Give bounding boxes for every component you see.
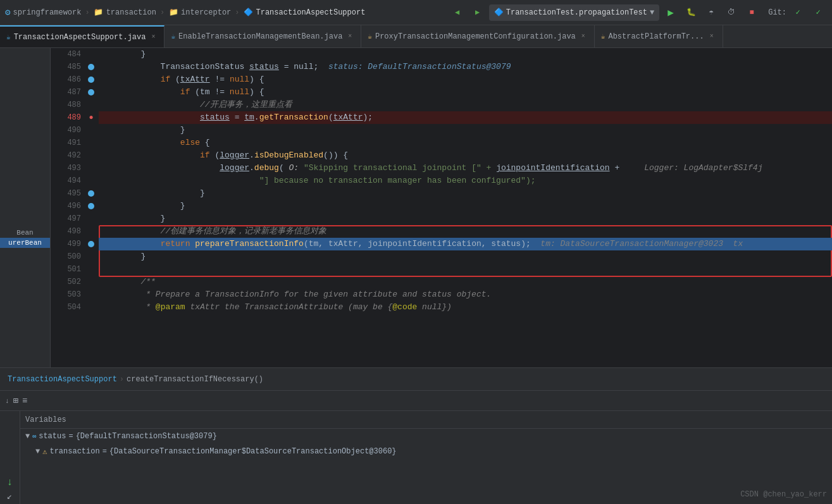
code-content[interactable]: } TransactionStatus status = null; statu…	[99, 48, 832, 367]
tab-close-0[interactable]: ×	[149, 33, 158, 42]
code-line-497: }	[99, 212, 832, 225]
var-name-transaction: transaction	[49, 447, 99, 456]
breadcrumb-method-bottom[interactable]: createTransactionIfNecessary()	[127, 375, 263, 384]
var-type-icon-status: ∞	[32, 433, 36, 440]
variable-row-transaction[interactable]: ▼ ⚠ transaction = {DataSourceTransaction…	[20, 444, 832, 459]
debug-icon-1: ↓	[5, 397, 9, 405]
top-bar: ⚙ springframework › 📁 transaction › 📁 in…	[0, 0, 832, 25]
variables-header: Variables	[20, 411, 832, 429]
breadcrumb-interceptor[interactable]: interceptor	[181, 8, 231, 17]
expand-icon-status[interactable]: ▼	[25, 432, 30, 441]
tab-proxy-config[interactable]: ☕ ProxyTransactionManagementConfiguratio…	[361, 25, 594, 48]
tab-icon-3: ☕	[601, 32, 605, 40]
code-line-485: TransactionStatus status = null; status:…	[99, 61, 832, 73]
code-line-486: if (txAttr != null) {	[99, 73, 832, 86]
variables-title: Variables	[25, 415, 66, 424]
nav-forward-button[interactable]: ▶	[469, 4, 487, 22]
code-line-504: * @param txAttr the TransactionAttribute…	[99, 301, 832, 314]
tab-label-2: ProxyTransactionManagementConfiguration.…	[375, 32, 576, 41]
run-config-dropdown-icon[interactable]: ▼	[650, 8, 654, 17]
breakpoint-489[interactable]: ●	[89, 113, 93, 122]
breadcrumb-class-bottom[interactable]: TransactionAspectSupport	[8, 375, 117, 384]
tab-transaction-aspect[interactable]: ☕ TransactionAspectSupport.java ×	[0, 25, 165, 48]
code-editor[interactable]: 484 485 486 487 488 489 490 491 492 493 …	[51, 48, 832, 367]
tab-close-2[interactable]: ×	[579, 32, 588, 41]
code-line-487: if (tm != null) {	[99, 86, 832, 99]
code-line-488: //开启事务，这里重点看	[99, 99, 832, 111]
app-icon: ⚙	[5, 7, 10, 18]
run-button[interactable]: ▶	[662, 4, 680, 22]
tab-label-1: EnableTransactionManagementBean.java	[178, 32, 342, 41]
tab-icon-1: ☕	[171, 32, 175, 40]
run-config[interactable]: 🔷 TransactionTest.propagationTest ▼	[489, 4, 659, 21]
tab-close-1[interactable]: ×	[345, 32, 354, 41]
code-line-495: }	[99, 187, 832, 200]
debug-icon-list[interactable]: ≡	[22, 396, 27, 406]
stop-button[interactable]: ■	[743, 4, 761, 22]
expand-icon-transaction[interactable]: ▼	[35, 447, 40, 456]
debug-panel: ↓ ⊞ ≡ ↓ ↙ Variables ▼ ∞ status =	[0, 390, 832, 504]
tab-enable-transaction[interactable]: ☕ EnableTransactionManagementBean.java ×	[165, 25, 361, 48]
tab-abstract-platform[interactable]: ☕ AbstractPlatformTr... ×	[595, 25, 723, 48]
code-line-493: logger.debug( O: "Skipping transactional…	[99, 162, 832, 175]
bottom-breadcrumb: TransactionAspectSupport › createTransac…	[0, 367, 832, 390]
debug-icon-table[interactable]: ⊞	[13, 395, 18, 406]
debug-step-into[interactable]: ↙	[7, 491, 13, 501]
tab-icon-0: ☕	[6, 33, 11, 41]
code-line-500: }	[99, 250, 832, 263]
code-line-502: /**	[99, 276, 832, 288]
debug-left-toolbar: ↓ ↙	[0, 411, 20, 504]
code-line-498: //创建事务信息对象，记录新老事务信息对象	[99, 225, 832, 238]
tab-close-3[interactable]: ×	[707, 32, 716, 41]
debug-button[interactable]: 🐛	[682, 4, 700, 22]
code-line-496: }	[99, 200, 832, 212]
debug-toolbar: ↓ ⊞ ≡	[0, 391, 832, 411]
git-label: Git:	[768, 8, 786, 17]
variables-panel: Variables ▼ ∞ status = {DefaultTransacti…	[20, 411, 832, 504]
breadcrumb-transaction[interactable]: transaction	[106, 8, 156, 17]
line-numbers: 484 485 486 487 488 489 490 491 492 493 …	[51, 48, 86, 367]
sidebar-bean[interactable]: Bean	[0, 228, 50, 238]
folder-icon-transaction: 📁	[94, 8, 104, 18]
class-icon: 🔷	[244, 8, 254, 18]
var-val-status: {DefaultTransactionStatus@3079}	[76, 432, 217, 441]
var-warn-icon: ⚠	[42, 447, 47, 457]
git-update-button[interactable]: ✓	[789, 4, 807, 22]
code-line-501	[99, 263, 832, 276]
tab-label-3: AbstractPlatformTr...	[608, 32, 704, 41]
code-line-491: else {	[99, 137, 832, 149]
code-line-494: "] because no transaction manager has be…	[99, 175, 832, 187]
editor-area: Bean urerBean 484 485 486 487 488 489 49…	[0, 48, 832, 367]
breadcrumb-springframework[interactable]: springframework	[13, 8, 81, 17]
code-line-492: if (logger.isDebugEnabled()) {	[99, 149, 832, 162]
tab-label-0: TransactionAspectSupport.java	[14, 33, 146, 42]
code-line-490: }	[99, 124, 832, 137]
tabs-bar: ☕ TransactionAspectSupport.java × ☕ Enab…	[0, 25, 832, 48]
nav-back-button[interactable]: ◀	[449, 4, 466, 22]
sidebar-urerbean[interactable]: urerBean	[0, 238, 50, 248]
code-line-503: * Prepare a TransactionInfo for the give…	[99, 288, 832, 301]
variable-row-status[interactable]: ▼ ∞ status = {DefaultTransactionStatus@3…	[20, 429, 832, 444]
left-sidebar: Bean urerBean	[0, 48, 51, 367]
profile-button[interactable]: ⏱	[723, 4, 740, 22]
debug-step-over[interactable]: ↓	[7, 477, 13, 488]
run-config-icon: 🔷	[494, 8, 504, 17]
code-line-489: status = tm.getTransaction(txAttr);	[99, 111, 832, 124]
git-push-button[interactable]: ✓	[809, 4, 827, 22]
var-eq-status: =	[68, 432, 73, 441]
coverage-button[interactable]: ☂	[702, 4, 720, 22]
folder-icon-interceptor: 📁	[168, 8, 178, 18]
run-config-label: TransactionTest.propagationTest	[506, 8, 647, 17]
var-eq-transaction: =	[102, 447, 107, 456]
debug-panel-content: ↓ ↙ Variables ▼ ∞ status = {DefaultTrans…	[0, 411, 832, 504]
code-line-499: return prepareTransactionInfo(tm, txAttr…	[99, 238, 832, 250]
code-line-484: }	[99, 48, 832, 61]
gutter: ●	[86, 48, 99, 367]
var-val-transaction: {DataSourceTransactionManager$DataSource…	[109, 447, 397, 456]
tab-icon-2: ☕	[368, 32, 372, 40]
var-name-status: status	[39, 432, 66, 441]
breadcrumb-class[interactable]: TransactionAspectSupport	[256, 8, 366, 17]
